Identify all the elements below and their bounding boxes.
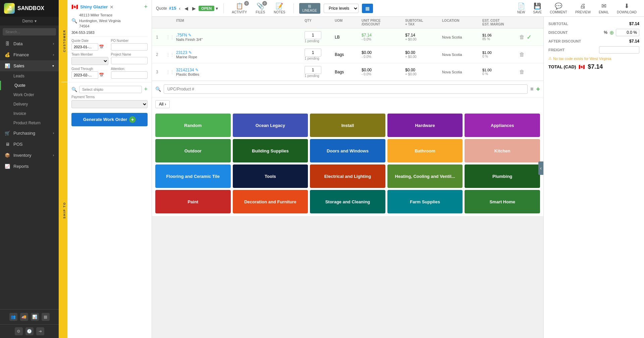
freight-input[interactable] — [599, 46, 639, 54]
shipto-search-input[interactable] — [79, 86, 142, 93]
close-customer-icon[interactable]: ✕ — [110, 4, 114, 10]
new-button[interactable]: 📄 NEW — [514, 1, 528, 15]
sidebar-item-inventory[interactable]: 📦 Inventory › — [0, 150, 59, 161]
category-tile-farm[interactable]: Farm Supplies — [387, 190, 463, 213]
truck-icon[interactable]: 🚚 — [20, 313, 28, 321]
settings-icon[interactable]: ⚙ — [15, 327, 23, 335]
category-tile-outdoor[interactable]: Outdoor — [155, 139, 231, 162]
discount-add-icon[interactable]: ⊕ — [609, 29, 614, 36]
calendar-icon2[interactable]: 📅 — [99, 73, 104, 77]
sidebar-item-workorder[interactable]: Work Order — [0, 90, 59, 99]
users-icon[interactable]: 👥 — [9, 313, 17, 321]
quote-date-input[interactable] — [71, 43, 98, 51]
sidebar-item-purchasing[interactable]: 🛒 Purchasing › — [0, 128, 59, 139]
sidebar-item-delivery[interactable]: Delivery — [0, 99, 59, 109]
po-number-input[interactable] — [111, 43, 148, 51]
sidebar-bottom-icons: 👥 🚚 📊 ▦ — [0, 309, 59, 324]
category-tile-appliances[interactable]: Appliances — [465, 114, 540, 137]
price-levels-select[interactable]: Price levels — [324, 4, 359, 13]
category-tile-storage[interactable]: Storage and Cleaning — [310, 190, 385, 213]
files-button[interactable]: 📎 FILES 0 — [253, 1, 268, 15]
save-button[interactable]: 💾 SAVE — [530, 1, 545, 15]
calendar-icon[interactable]: 📅 — [99, 45, 104, 49]
chart-icon[interactable]: 📊 — [31, 313, 39, 321]
category-tile-install[interactable]: Install — [310, 114, 385, 137]
nav-start-button[interactable]: ◀ — [183, 5, 190, 12]
demo-bar[interactable]: Demo ▾ — [0, 17, 59, 25]
row2-drag-handle[interactable]: ⋮⋮ — [166, 52, 176, 57]
sidebar-search-input[interactable] — [3, 28, 56, 36]
clock-icon[interactable]: 🕐 — [25, 327, 34, 335]
row1-drag-handle[interactable]: ⋮⋮ — [166, 35, 176, 40]
open-dropdown-icon[interactable]: ▾ — [216, 6, 218, 11]
sidebar-item-invoice[interactable]: Invoice — [0, 109, 59, 118]
quote-area: ITEM QTY UOM UNIT PRICE/DISCOUNT SUBTOTA… — [152, 17, 543, 338]
category-tile-plumbing[interactable]: Plumbing — [465, 164, 540, 188]
download-button[interactable]: ⬇ DOWNLOAD — [613, 1, 640, 15]
good-through-input[interactable] — [71, 71, 98, 79]
discount-pct-input[interactable] — [616, 29, 639, 36]
row1-qty-input[interactable] — [305, 31, 321, 39]
team-member-select[interactable] — [71, 57, 108, 65]
shipto-side-tab[interactable]: SHIP TO — [61, 82, 67, 338]
add-item-input[interactable] — [164, 84, 528, 94]
all-categories-button[interactable]: All › — [155, 100, 170, 108]
row2-delete-icon[interactable]: 🗑 — [519, 52, 525, 58]
category-tile-ocean-legacy[interactable]: Ocean Legacy — [233, 114, 308, 137]
sidebar-item-leads[interactable]: Leads — [0, 71, 59, 81]
sidebar-item-sales[interactable]: 📊 Sales ▾ — [0, 60, 59, 71]
sidebar-item-reports[interactable]: 📈 Reports — [0, 161, 59, 172]
row3-qty-input[interactable] — [305, 66, 321, 74]
quote-number[interactable]: #15 — [169, 6, 176, 11]
category-tile-tools[interactable]: Tools — [233, 164, 308, 188]
notes-button[interactable]: 📝 NOTES — [271, 1, 288, 15]
category-tile-random[interactable]: Random — [155, 114, 231, 137]
category-tile-decoration[interactable]: Decoration and Furniture — [233, 190, 308, 213]
collapse-panel-button[interactable]: ‹ — [538, 161, 543, 175]
category-tile-heating[interactable]: Heating, Cooling and Ventil... — [387, 164, 463, 188]
row1-delete-icon[interactable]: 🗑 — [519, 34, 525, 40]
lineage-button[interactable]: ⛓ LINEAGE — [299, 3, 320, 14]
category-tile-doors-windows[interactable]: Doors and Windows — [310, 139, 385, 162]
preview-button[interactable]: 🖨 PREVIEW — [572, 1, 594, 15]
category-tile-kitchen[interactable]: Kitchen — [465, 139, 540, 162]
grid-icon[interactable]: ▦ — [42, 313, 50, 321]
sidebar-item-quote[interactable]: Quote — [0, 81, 59, 90]
customer-side-tab[interactable]: CUSTOMER — [61, 0, 67, 82]
category-tile-bathroom[interactable]: Bathroom — [387, 139, 463, 162]
row1-cost: $1.06 85 % — [482, 33, 519, 41]
attention-input[interactable] — [111, 71, 148, 79]
sidebar-item-product-return[interactable]: Product Return — [0, 118, 59, 128]
category-tile-flooring[interactable]: Flooring and Ceramic Tile — [155, 164, 231, 188]
row3-code[interactable]: 32142134 ✎ — [176, 68, 199, 72]
category-tile-hardware[interactable]: Hardware — [387, 114, 463, 137]
sidebar-item-data[interactable]: 🗄 Data › — [0, 38, 59, 49]
activity-button[interactable]: 📋 ACTIVITY 0 — [229, 1, 250, 15]
shipto-search-row: 🔍 + — [71, 86, 148, 93]
logout-icon[interactable]: ➜ — [36, 327, 44, 335]
sidebar-item-finance[interactable]: 💰 Finance › — [0, 49, 59, 60]
grid-view-button[interactable]: ▦ — [362, 4, 373, 13]
sidebar-item-pos[interactable]: 🖥 POS — [0, 139, 59, 150]
category-tile-paint[interactable]: Paint — [155, 190, 231, 213]
row3-drag-handle[interactable]: ⋮⋮ — [166, 70, 176, 74]
generate-work-order-button[interactable]: Generate Work Order + — [71, 113, 148, 126]
category-tile-building-supplies[interactable]: Building Supplies — [233, 139, 308, 162]
comment-button[interactable]: 💬 COMMENT — [546, 1, 571, 15]
category-tile-smart-home[interactable]: Smart Home — [465, 190, 540, 213]
add-shipto-icon[interactable]: + — [144, 86, 148, 93]
add-customer-icon[interactable]: + — [144, 3, 148, 10]
category-tile-electrical[interactable]: Electrical and Lighting — [310, 164, 385, 188]
add-item-plus-button[interactable]: + — [536, 85, 540, 93]
row2-qty-input[interactable] — [305, 49, 321, 57]
prev-quote-button[interactable]: ‹ — [177, 5, 182, 12]
customer-name[interactable]: Shiny Glazier — [80, 4, 108, 9]
row3-delete-icon[interactable]: 🗑 — [519, 69, 525, 75]
payment-terms-select[interactable] — [71, 100, 148, 108]
project-name-input[interactable] — [111, 57, 148, 64]
row2-code[interactable]: 23123 ✎ — [176, 50, 192, 55]
add-item-menu-button[interactable]: ≡ — [530, 86, 533, 92]
row1-code[interactable]: .75FN ✎ — [176, 33, 192, 38]
next-quote-button[interactable]: ▶ — [191, 5, 197, 12]
email-button[interactable]: ✉ EMAIL — [595, 1, 612, 15]
